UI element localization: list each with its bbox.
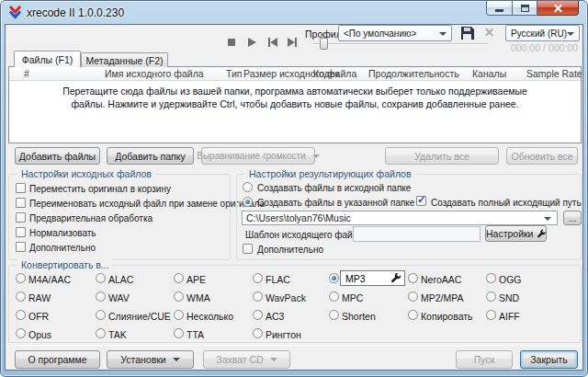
save-profile-icon[interactable] [460, 26, 475, 40]
source-option-checkbox-4[interactable] [16, 242, 26, 252]
format-radio-mp2-mpa[interactable] [408, 291, 418, 302]
format-radio-слияние-cue[interactable] [96, 310, 106, 320]
selected-format-box[interactable]: MP3 [340, 270, 405, 286]
format-radio-wma[interactable] [174, 291, 184, 302]
format-radio-aiff[interactable] [486, 310, 496, 320]
volume-leveling-label: Выравнивание громкости [197, 151, 305, 161]
remove-all-button[interactable]: Удалить все [385, 147, 499, 165]
radio-source-folder[interactable] [243, 182, 253, 192]
output-advanced-checkbox[interactable] [243, 244, 253, 254]
column-header-0[interactable]: # [24, 68, 29, 79]
format-radio-raw[interactable] [16, 291, 26, 302]
format-radio-opus[interactable] [16, 328, 26, 338]
language-value: Русский (RU) [511, 29, 567, 39]
format-label-raw: RAW [28, 292, 51, 303]
format-radio-рингтон[interactable] [253, 328, 263, 338]
setup-button[interactable]: Установки [107, 350, 194, 369]
output-path-combo[interactable]: C:\Users\tolyan76\Music [242, 211, 558, 225]
about-button[interactable]: О программе [15, 350, 100, 369]
volume-leveling-button[interactable]: Выравнивание громкости [201, 147, 315, 165]
column-header-5[interactable]: Продолжительность [368, 68, 459, 79]
previous-track-icon[interactable] [268, 38, 277, 47]
refresh-all-button[interactable]: Обновить все [506, 147, 578, 165]
maximize-button[interactable] [513, 1, 537, 16]
format-label-shorten: Shorten [342, 311, 376, 322]
start-button[interactable]: Пуск [456, 350, 513, 369]
chevron-down-icon [312, 154, 320, 158]
format-radio-ac3[interactable] [253, 310, 263, 320]
source-option-checkbox-3[interactable] [16, 227, 26, 237]
template-settings-button[interactable]: Настройки [485, 225, 547, 242]
profile-select[interactable]: <По умолчанию> [338, 25, 452, 41]
tab-files[interactable]: Файлы (F1) [14, 51, 81, 67]
tab-metadata[interactable]: Метаданные (F2) [81, 52, 168, 67]
format-label-несколько: Несколько [187, 311, 233, 322]
titlebar[interactable]: xrecode II 1.0.0.230 [1, 1, 587, 24]
column-header-2[interactable]: Тип [226, 68, 243, 79]
add-folder-button[interactable]: Добавить папку [107, 147, 194, 165]
cd-rip-button[interactable]: Захват CD [203, 350, 290, 369]
format-radio-ape[interactable] [174, 273, 184, 283]
format-radio-flac[interactable] [253, 273, 263, 283]
column-header-4[interactable]: Кодек [313, 68, 339, 79]
format-radio-shorten[interactable] [329, 310, 339, 320]
source-option-checkbox-2[interactable] [16, 212, 26, 223]
delete-profile-icon[interactable] [485, 28, 493, 36]
time-display: 000:00 / 000:00 [511, 42, 578, 53]
selected-format-label: MP3 [345, 273, 366, 284]
play-icon[interactable] [248, 38, 256, 47]
format-label-neroaac: NeroAAC [421, 274, 461, 285]
language-select[interactable]: Русский (RU) [505, 25, 580, 41]
format-radio-tta[interactable] [174, 328, 184, 338]
maximize-icon [521, 5, 529, 12]
drop-hint-line1: Перетащите сюда файлы из вашей папки, пр… [9, 86, 581, 97]
close-dialog-button[interactable]: Закрыть [520, 350, 578, 369]
source-option-label-4: Дополнительно [29, 243, 96, 253]
radio-target-folder[interactable] [243, 197, 253, 207]
format-radio-m4a-aac[interactable] [16, 273, 26, 283]
close-button[interactable] [537, 1, 579, 16]
format-radio-ogg[interactable] [486, 273, 496, 283]
source-option-checkbox-1[interactable] [16, 198, 26, 208]
template-input[interactable] [353, 226, 481, 242]
format-radio-mpc[interactable] [329, 291, 339, 302]
source-option-checkbox-0[interactable] [16, 183, 26, 193]
profile-value: <По умолчанию> [344, 29, 416, 39]
wrench-icon [391, 273, 401, 283]
format-radio-snd[interactable] [486, 291, 496, 302]
stop-icon[interactable] [228, 39, 235, 46]
format-radio-несколько[interactable] [174, 310, 184, 320]
next-track-icon[interactable] [288, 38, 297, 47]
format-label-alac: ALAC [108, 274, 133, 285]
format-label-wavpack: WavPack [266, 292, 306, 303]
convert-title: Конвертировать в... [17, 259, 113, 270]
output-settings-title: Настройки результирующих файлов [245, 168, 415, 179]
format-radio-ofr[interactable] [16, 310, 26, 320]
add-files-button[interactable]: Добавить файлы [15, 147, 100, 165]
format-radio-копировать[interactable] [408, 310, 418, 320]
full-path-checkbox[interactable] [416, 196, 426, 206]
column-header-3[interactable]: Размер исходного файла [243, 68, 356, 79]
file-list[interactable]: #Имя исходного файлаТипРазмер исходного … [8, 66, 582, 143]
format-radio-wav[interactable] [96, 291, 106, 302]
format-radio-mp3[interactable] [329, 273, 339, 283]
format-label-mpc: MPC [342, 292, 363, 303]
format-radio-alac[interactable] [96, 273, 106, 283]
format-label-tta: TTA [187, 329, 204, 340]
column-header-1[interactable]: Имя исходного файла [105, 68, 204, 79]
minimize-button[interactable] [486, 1, 513, 16]
format-radio-wavpack[interactable] [253, 291, 263, 302]
format-radio-tak[interactable] [96, 328, 106, 338]
seek-slider-thumb[interactable] [320, 38, 328, 50]
format-radio-neroaac[interactable] [408, 273, 418, 283]
source-option-label-2: Предварительная обработка [29, 213, 153, 223]
app-icon [8, 6, 22, 19]
browse-button[interactable]: ... [563, 211, 582, 225]
column-header-6[interactable]: Каналы [472, 68, 506, 79]
format-label-mp2-mpa: MP2/MPA [421, 292, 463, 303]
column-header-7[interactable]: Sample Rate [526, 68, 582, 79]
window-controls [486, 1, 579, 16]
seek-slider-track[interactable] [313, 43, 488, 45]
format-label-wma: WMA [187, 292, 210, 303]
format-label-ogg: OGG [499, 274, 522, 285]
